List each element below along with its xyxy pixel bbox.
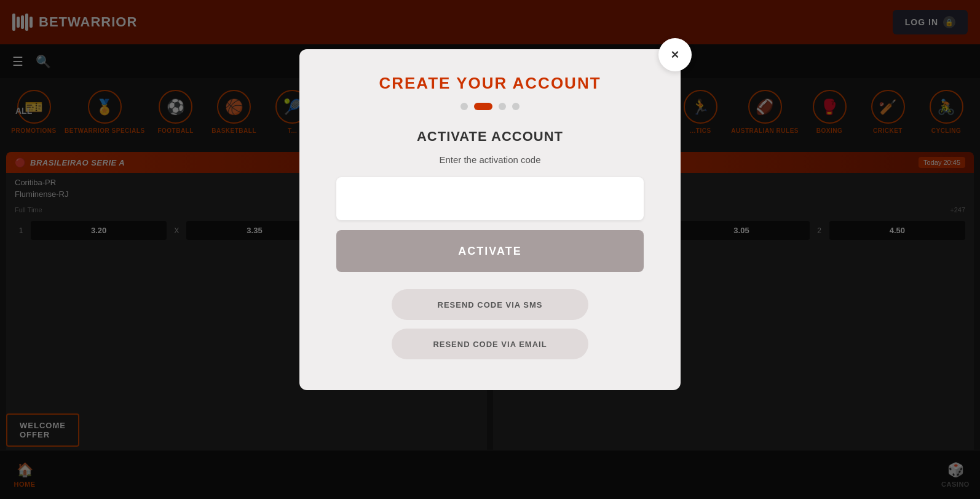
step-dot-1	[460, 103, 468, 110]
close-icon: ×	[671, 47, 679, 63]
modal-subtitle: Enter the activation code	[439, 154, 540, 165]
activation-code-input[interactable]	[336, 177, 644, 220]
step-dot-2-active	[474, 103, 492, 110]
modal: × CREATE YOUR ACCOUNT ACTIVATE ACCOUNT E…	[299, 49, 681, 390]
modal-overlay: × CREATE YOUR ACCOUNT ACTIVATE ACCOUNT E…	[0, 0, 980, 499]
resend-sms-button[interactable]: RESEND CODE VIA SMS	[392, 289, 588, 320]
resend-email-button[interactable]: RESEND CODE VIA EMAIL	[392, 329, 588, 359]
activate-button[interactable]: ACTIVATE	[336, 230, 644, 272]
app-shell: BETWARRIOR LOG IN 🔒 ☰ 🔍 ALL 🎫 PROMOTIONS…	[0, 0, 980, 499]
modal-steps	[460, 103, 520, 110]
modal-section-title: ACTIVATE ACCOUNT	[417, 129, 563, 145]
modal-title: CREATE YOUR ACCOUNT	[379, 74, 601, 93]
step-dot-3	[499, 103, 506, 110]
step-dot-4	[512, 103, 520, 110]
modal-close-button[interactable]: ×	[658, 38, 692, 71]
